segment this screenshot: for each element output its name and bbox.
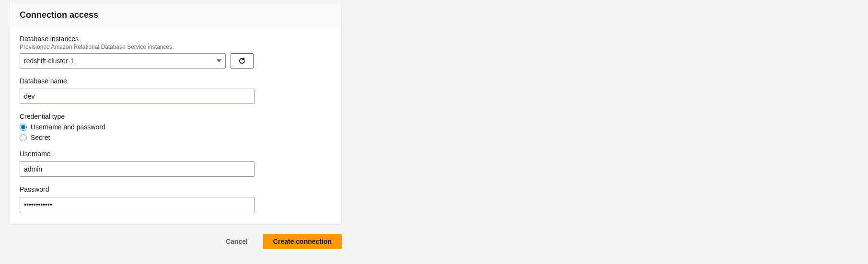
- password-field: Password: [20, 185, 332, 212]
- username-field: Username: [20, 150, 332, 177]
- credential-secret-label: Secret: [31, 134, 50, 141]
- panel-header: Connection access: [10, 2, 341, 27]
- cancel-button[interactable]: Cancel: [216, 234, 257, 249]
- database-name-label: Database name: [20, 77, 332, 85]
- panel-body: Database instances Provisioned Amazon Re…: [10, 27, 341, 224]
- credential-userpass-label: Username and password: [31, 123, 105, 131]
- password-label: Password: [20, 185, 332, 193]
- database-name-field: Database name: [20, 77, 332, 104]
- panel-title: Connection access: [20, 10, 332, 20]
- action-row: Cancel Create connection: [10, 224, 342, 249]
- database-instances-row: redshift-cluster-1: [20, 53, 332, 69]
- credential-type-field: Credential type Username and password Se…: [20, 113, 332, 141]
- password-input[interactable]: [20, 197, 255, 212]
- database-name-input[interactable]: [20, 89, 255, 104]
- database-instances-field: Database instances Provisioned Amazon Re…: [20, 35, 332, 69]
- credential-secret-radio[interactable]: Secret: [20, 134, 332, 141]
- database-instances-label: Database instances: [20, 35, 332, 43]
- database-instances-description: Provisioned Amazon Relational Database S…: [20, 44, 332, 50]
- username-label: Username: [20, 150, 332, 158]
- radio-selected-icon: [20, 124, 27, 131]
- create-connection-button[interactable]: Create connection: [263, 234, 342, 249]
- username-input[interactable]: [20, 161, 255, 177]
- caret-down-icon: [217, 59, 221, 62]
- credential-type-label: Credential type: [20, 113, 332, 120]
- refresh-icon: [238, 57, 246, 65]
- refresh-instances-button[interactable]: [231, 53, 254, 69]
- page-root: Connection access Database instances Pro…: [0, 2, 868, 264]
- connection-access-panel: Connection access Database instances Pro…: [10, 2, 342, 224]
- credential-type-radio-group: Username and password Secret: [20, 123, 332, 141]
- database-instances-selected-value: redshift-cluster-1: [24, 57, 74, 65]
- credential-userpass-radio[interactable]: Username and password: [20, 123, 332, 131]
- database-instances-select[interactable]: redshift-cluster-1: [20, 53, 226, 69]
- radio-unselected-icon: [20, 134, 27, 141]
